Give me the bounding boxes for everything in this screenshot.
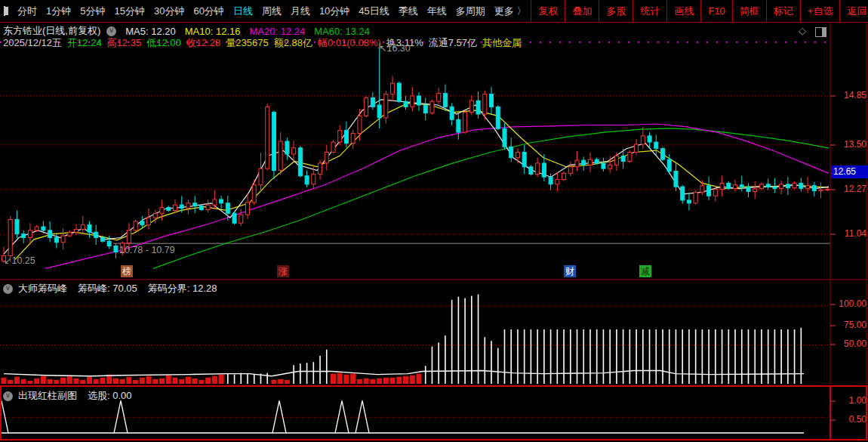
chip-bar-white xyxy=(234,375,235,384)
chevron-down-icon[interactable]: ˅ xyxy=(3,391,13,401)
chip-bar-red xyxy=(364,379,369,384)
chip-bar-white xyxy=(504,329,506,384)
candle-body xyxy=(588,159,592,165)
candle-body xyxy=(490,94,494,107)
chip-bar-white xyxy=(669,329,670,384)
menu-item-1分钟[interactable]: 1分钟 xyxy=(46,5,71,18)
candle-body xyxy=(226,203,229,213)
chip-bar-red xyxy=(383,378,389,384)
chip-bar-red xyxy=(172,378,177,384)
event-marker[interactable]: 榜 xyxy=(121,265,133,277)
ma-line-MA10 xyxy=(15,104,829,260)
diamond-icon[interactable]: ◇ xyxy=(799,25,806,36)
chip-bar-red xyxy=(357,379,362,384)
menu-item-周线[interactable]: 周线 xyxy=(262,5,282,18)
candle-body xyxy=(602,163,605,168)
menu-item-60分钟[interactable]: 60分钟 xyxy=(193,5,223,18)
candle-body xyxy=(549,177,553,184)
event-marker[interactable]: 财 xyxy=(564,265,576,277)
candle-body xyxy=(22,234,26,238)
menu-item-统计[interactable]: 统计 xyxy=(633,0,666,22)
menu-item-分时[interactable]: 分时 xyxy=(17,5,37,18)
candle-body xyxy=(285,141,289,154)
chevron-down-icon[interactable]: ˅ xyxy=(3,284,13,294)
chip-bar-white xyxy=(589,329,591,384)
pane-icon[interactable] xyxy=(815,27,826,37)
menu-item-F10[interactable]: F10 xyxy=(700,0,731,22)
chip-bar-white xyxy=(734,329,736,384)
menu-item-返回[interactable]: 返回 xyxy=(839,0,868,22)
menu-item-日线[interactable]: 日线 xyxy=(233,5,253,18)
candle-body xyxy=(391,83,395,94)
menu-item-多周期[interactable]: 多周期 xyxy=(456,5,485,18)
menu-item-画线[interactable]: 画线 xyxy=(666,0,700,22)
quote-field: 开12.24 xyxy=(67,36,102,50)
chip-bar-white xyxy=(748,329,749,384)
menu-item-15分钟[interactable]: 15分钟 xyxy=(114,5,144,18)
chip-bar-white xyxy=(319,356,321,384)
chip-bar-red xyxy=(410,376,415,384)
candle-body xyxy=(469,100,473,112)
candle-body xyxy=(720,183,724,189)
chip-bar-white xyxy=(326,350,328,384)
axis-label: 12.27 xyxy=(833,184,866,194)
quote-field: 其他金属 xyxy=(482,36,522,50)
chip-bar-red xyxy=(219,375,224,384)
chip-bar-white xyxy=(780,329,782,384)
menu-item-30分钟[interactable]: 30分钟 xyxy=(154,5,184,18)
menu-item-+自选[interactable]: +自选 xyxy=(800,0,840,22)
main-chart-canvas[interactable] xyxy=(0,0,868,442)
chip-bar-red xyxy=(377,379,382,384)
menu-item-45日线[interactable]: 45日线 xyxy=(359,5,389,18)
menu-item-简框[interactable]: 简框 xyxy=(732,0,766,22)
candle-body xyxy=(305,176,309,184)
menu-item-叠加[interactable]: 叠加 xyxy=(565,0,599,22)
chip-bar-white xyxy=(583,329,584,384)
candle-body xyxy=(700,186,704,193)
menu-item-更多 〉[interactable]: 更多 〉 xyxy=(494,5,527,18)
candle-body xyxy=(331,142,335,152)
chip-bar-red xyxy=(34,379,39,384)
chip-bar-white xyxy=(642,329,644,384)
chip-bar-red xyxy=(120,379,125,384)
menu-item-复权[interactable]: 复权 xyxy=(531,0,565,22)
candle-body xyxy=(153,213,157,218)
candle-body xyxy=(753,189,757,192)
chip-bar-white xyxy=(570,329,571,384)
chevron-down-icon[interactable]: ˅ xyxy=(106,26,116,36)
menu-item-多股[interactable]: 多股 xyxy=(599,0,633,22)
candle-body xyxy=(582,160,586,165)
candle-body xyxy=(417,96,420,105)
chip-bar-white xyxy=(682,329,683,384)
chip-bar-white xyxy=(603,329,605,384)
signal-spike xyxy=(272,400,286,433)
axis-label: 75.00 xyxy=(833,320,866,330)
chip-bar-white xyxy=(497,348,499,384)
chip-bar-white xyxy=(537,329,538,384)
menu-item-月线[interactable]: 月线 xyxy=(291,5,310,18)
menu-item-标记[interactable]: 标记 xyxy=(766,0,800,22)
menu-item-季线[interactable]: 季线 xyxy=(399,5,418,18)
menu-item-年线[interactable]: 年线 xyxy=(427,5,447,18)
candle-body xyxy=(628,153,632,162)
layout-split-icon[interactable] xyxy=(4,6,5,16)
chip-bar-red xyxy=(337,373,343,384)
candle-body xyxy=(140,221,144,225)
menu-item-10分钟[interactable]: 10分钟 xyxy=(319,5,349,18)
event-marker[interactable]: 涨 xyxy=(277,265,289,277)
chip-bar-red xyxy=(140,378,145,384)
chip-peak-value: 筹码峰: 70.05 xyxy=(78,282,137,295)
chip-bar-red xyxy=(271,380,276,384)
candle-body xyxy=(114,246,118,252)
chip-bar-white xyxy=(227,374,229,384)
chip-bar-red xyxy=(350,374,356,384)
candle-body xyxy=(319,163,322,174)
chip-line xyxy=(4,371,804,376)
event-marker[interactable]: 减 xyxy=(639,265,651,277)
ma-value: MA10: 12.16 xyxy=(185,26,241,37)
quote-field: 2025/12/12五 xyxy=(3,36,62,50)
chip-bar-white xyxy=(787,329,789,384)
menu-item-5分钟[interactable]: 5分钟 xyxy=(80,5,105,18)
candle-body xyxy=(365,97,368,116)
chip-bar-red xyxy=(396,377,402,384)
